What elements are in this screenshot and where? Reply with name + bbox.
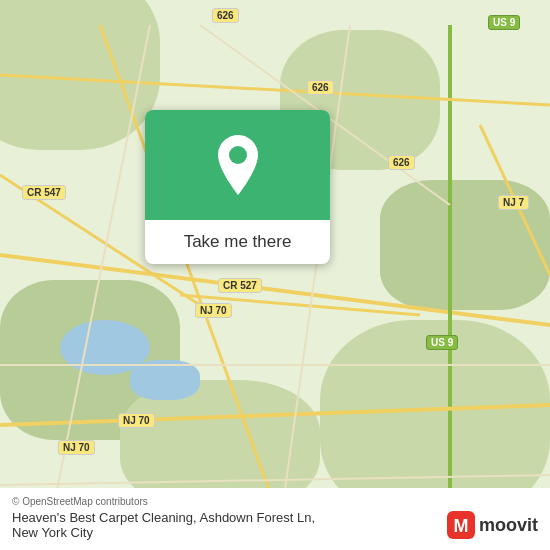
- label-nj7: NJ 7: [498, 195, 529, 210]
- label-us9-a: US 9: [488, 15, 520, 30]
- location-pin-icon: [213, 135, 263, 195]
- roads-svg: [0, 0, 550, 550]
- moovit-text: moovit: [479, 515, 538, 536]
- card-button-area[interactable]: Take me there: [145, 220, 330, 264]
- take-me-there-card[interactable]: Take me there: [145, 110, 330, 264]
- svg-line-10: [0, 475, 550, 485]
- label-nj70-c: NJ 70: [58, 440, 95, 455]
- footer-bar: © OpenStreetMap contributors Heaven's Be…: [0, 488, 550, 550]
- map-background: CR 547 CR 527 NJ 70 NJ 70 NJ 70 US 9 US …: [0, 0, 550, 550]
- label-us9-b: US 9: [426, 335, 458, 350]
- moovit-logo: M moovit: [447, 511, 538, 539]
- take-me-there-label[interactable]: Take me there: [184, 232, 292, 251]
- label-626-a: 626: [212, 8, 239, 23]
- label-626-c: 626: [388, 155, 415, 170]
- label-nj70-b: NJ 70: [118, 413, 155, 428]
- label-626-b: 626: [307, 80, 334, 95]
- moovit-icon: M: [447, 511, 475, 539]
- svg-text:M: M: [453, 516, 468, 536]
- label-cr527: CR 527: [218, 278, 262, 293]
- footer-bottom: Heaven's Best Carpet Cleaning, Ashdown F…: [12, 510, 538, 540]
- svg-point-13: [229, 146, 247, 164]
- label-nj70-a: NJ 70: [195, 303, 232, 318]
- card-green-background: [145, 110, 330, 220]
- location-text: Heaven's Best Carpet Cleaning, Ashdown F…: [12, 510, 447, 540]
- svg-line-8: [280, 25, 350, 525]
- label-cr547: CR 547: [22, 185, 66, 200]
- attribution-text: © OpenStreetMap contributors: [12, 496, 538, 507]
- svg-line-6: [0, 405, 550, 425]
- map-container: CR 547 CR 527 NJ 70 NJ 70 NJ 70 US 9 US …: [0, 0, 550, 550]
- svg-line-0: [0, 255, 550, 325]
